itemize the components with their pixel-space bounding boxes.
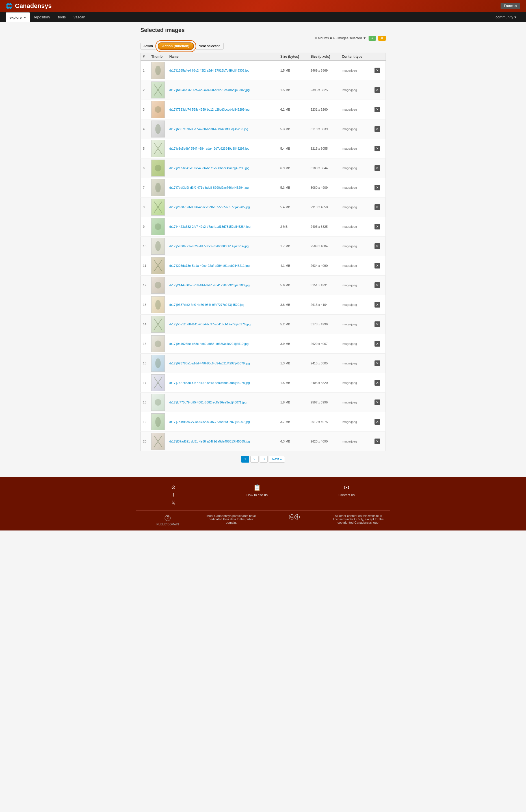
action-button[interactable]: Action: [140, 43, 156, 49]
language-button[interactable]: Français: [500, 3, 520, 9]
image-link[interactable]: dr17|j9337dcf2-fef0-4d56-984f-0ffd7277c9…: [169, 303, 244, 306]
contact-us-link[interactable]: Contact us: [339, 493, 355, 497]
image-link[interactable]: dr17|jfc775c79-bff5-4081-8682-ecffe36ee3…: [169, 401, 246, 404]
next-page-button[interactable]: Next »: [269, 456, 285, 463]
thumbnail-image: [151, 218, 165, 235]
row-name: dr17|j9337dcf2-fef0-4d56-984f-0ffd7277c9…: [167, 295, 278, 315]
row-thumb: [149, 354, 167, 373]
image-link[interactable]: dr17|j993788a1-a1dd-44f0-85c6-d94a021f42…: [169, 362, 250, 365]
row-content-type: image/jpeg: [340, 295, 372, 315]
remove-row-button[interactable]: ✕: [375, 185, 380, 190]
how-to-cite-link[interactable]: How to cite us: [246, 493, 268, 497]
image-link[interactable]: dr17|jf37ad621-dd31-4e58-a34f-b2a5da4986…: [169, 440, 250, 443]
nav-vascan[interactable]: vascan: [70, 12, 89, 22]
remove-row-button[interactable]: ✕: [375, 263, 380, 269]
remove-row-button[interactable]: ✕: [375, 204, 380, 210]
main-content: Selected images 0 albums ■ 48 images sel…: [136, 23, 390, 472]
remove-row-button[interactable]: ✕: [375, 224, 380, 230]
add-to-album-button[interactable]: +: [369, 35, 376, 41]
remove-row-button[interactable]: ✕: [375, 380, 380, 386]
row-name: dr17|j0a1025be-e88c-4cb2-a988-1933f3c4e2…: [167, 334, 278, 354]
image-link[interactable]: dr17|j2ed878af-d826-4bac-a29f-e055b65a35…: [169, 205, 250, 209]
row-size-bytes: 1.5 MB: [278, 60, 309, 81]
row-size-pixels: 2469 x 3869: [309, 60, 340, 81]
remove-row-button[interactable]: ✕: [375, 302, 380, 307]
remove-row-button[interactable]: ✕: [375, 341, 380, 347]
thumbnail-image: [151, 62, 165, 79]
remove-from-album-button[interactable]: 0: [378, 35, 386, 41]
image-link[interactable]: dr17|j1385a4e4-68c2-43f2-a5d4-17915b7c9f…: [169, 69, 249, 72]
action-function-button[interactable]: Action (function): [158, 42, 194, 50]
nav-tools[interactable]: tools: [54, 12, 70, 22]
row-size-bytes: 1.5 MB: [278, 373, 309, 393]
row-thumb: [149, 119, 167, 139]
remove-row-button[interactable]: ✕: [375, 438, 380, 444]
remove-row-button[interactable]: ✕: [375, 282, 380, 288]
selection-bar: 0 albums ■ 48 images selected ▼ + 0: [140, 35, 386, 41]
image-link[interactable]: dr17|j0a1025be-e88c-4cb2-a988-1933f3c4e2…: [169, 342, 249, 346]
remove-row-button[interactable]: ✕: [375, 126, 380, 132]
image-link[interactable]: dr17|j226da73e-5b1a-40ce-92af-a9f94d91bc…: [169, 264, 250, 267]
row-num: 1: [140, 60, 149, 81]
image-link[interactable]: dr17|j5e30b3cb-e62e-4ff7-8bca-f3d6b8800b…: [169, 244, 249, 248]
remove-row-button[interactable]: ✕: [375, 146, 380, 151]
nav-explorer[interactable]: explorer ▾: [6, 12, 30, 23]
remove-row-button[interactable]: ✕: [375, 360, 380, 366]
image-link[interactable]: dr17|j7533db74-56fb-4259-bc12-c28cd3cccd…: [169, 108, 250, 111]
remove-row-button[interactable]: ✕: [375, 68, 380, 73]
image-link[interactable]: dr17|j7a4f93a6-274e-47d2-a0a6-783aa56f1c…: [169, 420, 250, 423]
github-icon[interactable]: ⊙: [171, 484, 176, 490]
image-link[interactable]: dr17|j7e27ba30-f0e7-4157-8c40-6890abd50f…: [169, 381, 250, 385]
remove-row-button[interactable]: ✕: [375, 107, 380, 112]
row-thumb: [149, 217, 167, 236]
nav-community[interactable]: community ▾: [492, 12, 520, 22]
thumb-svg: [151, 238, 165, 255]
image-link[interactable]: dr17|jb1046f8d-11e5-4b5a-8268-af7270cc4b…: [169, 88, 250, 92]
row-size-pixels: 3080 x 4909: [309, 178, 340, 198]
row-num: 4: [140, 119, 149, 139]
row-content-type: image/jpeg: [340, 393, 372, 412]
table-row: 6 dr17|j2f556641-e59e-4586-bb71-b80becc4…: [140, 158, 386, 178]
row-size-bytes: 1.8 MB: [278, 393, 309, 412]
site-name: Canadensys: [15, 2, 52, 10]
nav-right: community ▾: [492, 12, 520, 22]
row-num: 6: [140, 158, 149, 178]
image-link[interactable]: dr17|j53e12dd8-f141-4054-bb97-a841bcb17a…: [169, 322, 251, 326]
remove-row-button[interactable]: ✕: [375, 87, 380, 93]
page-1-button[interactable]: 1: [241, 456, 249, 463]
image-link[interactable]: dr17|j2f556641-e59e-4586-bb71-b80becc4fa…: [169, 166, 249, 170]
twitter-icon[interactable]: 𝕏: [171, 499, 176, 506]
footer-pd-col: Ⓟ PUBLIC DOMAIN: [136, 514, 199, 526]
row-name: dr17|j7a4f93a6-274e-47d2-a0a6-783aa56f1c…: [167, 412, 278, 432]
image-link[interactable]: dr17|j4423a682-2fe7-42c2-b7ac-b1d18d7315…: [169, 225, 251, 228]
svg-point-27: [155, 282, 161, 289]
image-link[interactable]: dr17|jb867e0fb-35a7-4280-aa30-48ba488f05…: [169, 127, 248, 131]
thumbnail-image: [151, 199, 165, 216]
page-2-button[interactable]: 2: [251, 456, 259, 463]
svg-point-34: [155, 340, 161, 347]
image-link[interactable]: dr17|jc3c5e9bf-754f-4684-ada4-2d7c923940…: [169, 147, 249, 150]
row-content-type: image/jpeg: [340, 139, 372, 158]
thumbnail-image: [151, 120, 165, 137]
remove-row-button[interactable]: ✕: [375, 165, 380, 171]
remove-row-button[interactable]: ✕: [375, 243, 380, 249]
table-row: 19 dr17|j7a4f93a6-274e-47d2-a0a6-783aa56…: [140, 412, 386, 432]
clear-selection-button[interactable]: clear selection: [196, 43, 224, 49]
thumb-svg: [151, 140, 165, 157]
remove-row-button[interactable]: ✕: [375, 321, 380, 327]
page-3-button[interactable]: 3: [260, 456, 268, 463]
toolbar: Action Action (function) clear selection: [140, 42, 386, 50]
thumb-svg: [151, 160, 165, 176]
thumb-svg: [151, 296, 165, 313]
image-link[interactable]: dr17|j7bdf3d9f-d3f0-471e-bdc8-8990d9ac76…: [169, 186, 249, 189]
image-link[interactable]: dr17|j2144c605-8e18-4fbf-87b1-9641290c29…: [169, 284, 250, 287]
facebook-icon[interactable]: f: [173, 492, 174, 498]
remove-row-button[interactable]: ✕: [375, 419, 380, 425]
row-thumb: [149, 178, 167, 198]
remove-row-button[interactable]: ✕: [375, 400, 380, 405]
thumb-svg: [151, 433, 165, 450]
nav-repository[interactable]: repository: [30, 12, 54, 22]
table-row: 11 dr17|j226da73e-5b1a-40ce-92af-a9f94d9…: [140, 256, 386, 276]
thumbnail-image: [151, 316, 165, 333]
row-size-bytes: 2 MB: [278, 217, 309, 236]
